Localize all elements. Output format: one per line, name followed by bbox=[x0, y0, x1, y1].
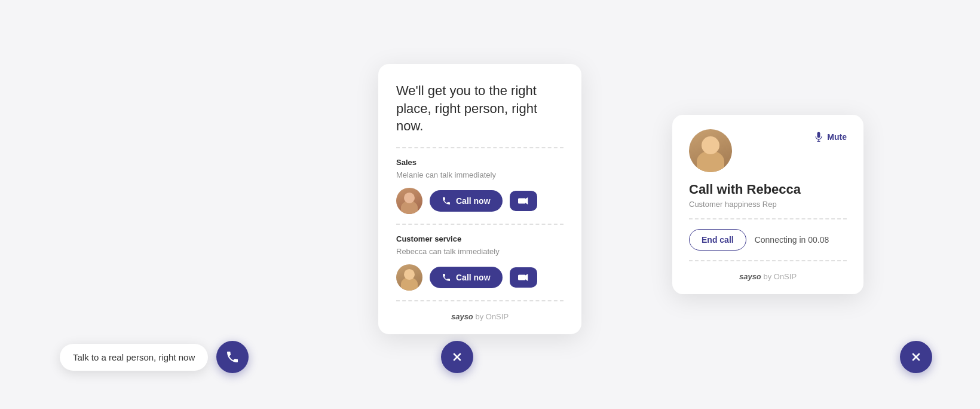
talk-label: Talk to a real person, right now bbox=[60, 344, 208, 371]
sales-video-button[interactable] bbox=[510, 191, 537, 211]
divider-2 bbox=[396, 224, 564, 225]
mute-label: Mute bbox=[827, 132, 847, 142]
cs-agent-row: Call now bbox=[396, 264, 564, 291]
microphone-icon bbox=[814, 132, 823, 142]
sales-subtitle: Melanie can talk immediately bbox=[396, 170, 564, 179]
cs-subtitle: Rebecca can talk immediately bbox=[396, 247, 564, 256]
melanie-avatar bbox=[396, 188, 422, 214]
cs-call-now-button[interactable]: Call now bbox=[430, 267, 503, 288]
call-title: Call with Rebecca bbox=[689, 182, 847, 197]
cs-video-button[interactable] bbox=[510, 267, 537, 288]
call-subtitle: Customer happiness Rep bbox=[689, 200, 847, 209]
sales-call-now-button[interactable]: Call now bbox=[430, 190, 503, 212]
connecting-status: Connecting in 00.08 bbox=[755, 235, 829, 245]
cs-call-now-label: Call now bbox=[456, 273, 491, 282]
rebecca-avatar-small bbox=[396, 264, 422, 291]
call-brand: sayso by OnSIP bbox=[689, 272, 847, 281]
phone-call-icon-2 bbox=[442, 273, 451, 282]
selector-brand-name: sayso bbox=[451, 312, 473, 321]
svg-rect-0 bbox=[817, 132, 820, 138]
widget-trigger: Talk to a real person, right now bbox=[60, 341, 249, 373]
sales-agent-row: Call now bbox=[396, 188, 564, 214]
call-divider-2 bbox=[689, 260, 847, 261]
sales-title: Sales bbox=[396, 158, 564, 167]
call-divider-1 bbox=[689, 218, 847, 219]
close-icon-2 bbox=[910, 351, 922, 363]
end-call-button[interactable]: End call bbox=[689, 229, 746, 251]
card-call-top: Mute bbox=[689, 129, 847, 172]
rebecca-avatar-large bbox=[689, 129, 732, 172]
scene: Talk to a real person, right now We'll g… bbox=[0, 0, 980, 409]
phone-fab-button[interactable] bbox=[216, 341, 249, 373]
divider-3 bbox=[396, 300, 564, 301]
card-headline: We'll get you to the right place, right … bbox=[396, 82, 564, 135]
cs-title: Customer service bbox=[396, 234, 564, 243]
card-active-call: Mute Call with Rebecca Customer happines… bbox=[672, 115, 863, 294]
phone-call-icon bbox=[442, 196, 451, 206]
selector-brand-suffix: by OnSIP bbox=[473, 312, 509, 321]
close-selector-button[interactable] bbox=[441, 341, 473, 373]
card-selector: We'll get you to the right place, right … bbox=[378, 64, 581, 334]
video-icon-2 bbox=[518, 273, 529, 282]
divider-1 bbox=[396, 147, 564, 148]
sales-call-now-label: Call now bbox=[456, 196, 491, 206]
close-icon-1 bbox=[451, 351, 463, 363]
call-action-row: End call Connecting in 00.08 bbox=[689, 229, 847, 251]
video-icon bbox=[518, 197, 529, 205]
phone-icon bbox=[225, 350, 240, 364]
mute-button[interactable]: Mute bbox=[814, 129, 847, 145]
call-brand-name: sayso bbox=[739, 272, 761, 281]
selector-brand: sayso by OnSIP bbox=[396, 312, 564, 321]
call-brand-suffix: by OnSIP bbox=[761, 272, 797, 281]
close-call-button[interactable] bbox=[900, 341, 932, 373]
